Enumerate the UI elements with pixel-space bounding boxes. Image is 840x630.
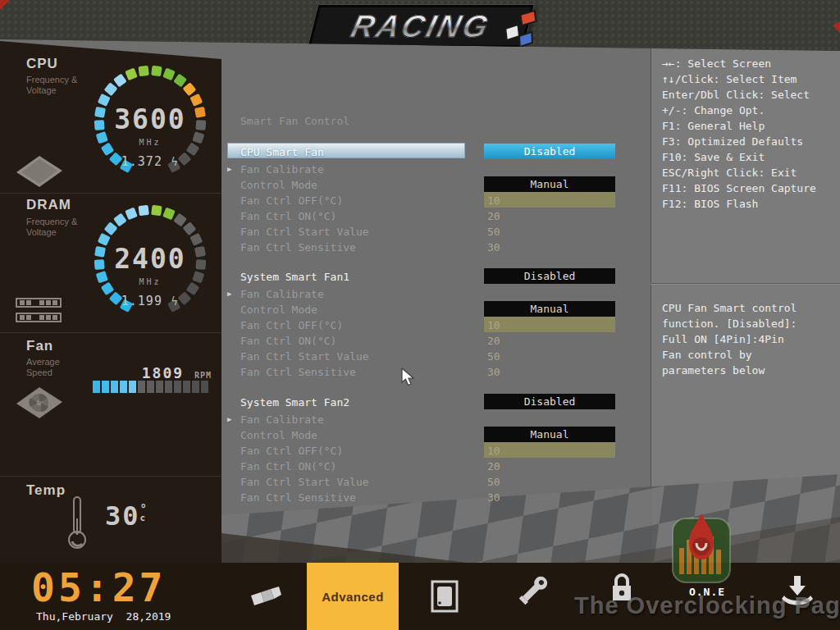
item-fan-calibrate[interactable]: Fan Calibrate bbox=[240, 162, 324, 177]
racing-flag-icon bbox=[495, 9, 543, 52]
control-mode-value[interactable]: Manual bbox=[484, 301, 615, 317]
cpu-frequency-gauge: 3600 MHz 1.372 ϟ bbox=[80, 58, 220, 185]
param-value[interactable]: 30 bbox=[487, 240, 500, 255]
fan-speed-segment bbox=[192, 381, 199, 393]
help-line: ↑↓/Click: Select Item bbox=[662, 71, 816, 87]
hardware-monitor-sidebar: CPU Frequency & Voltage 3600 MHz 1.372 ϟ… bbox=[0, 36, 221, 563]
item-cpu-smart-fan[interactable]: CPU Smart Fan bbox=[240, 144, 324, 160]
fan-speed-segment bbox=[120, 381, 127, 393]
help-line: F1: General Help bbox=[662, 118, 816, 134]
red-edge-accent bbox=[833, 21, 840, 33]
dram-frequency-unit: MHz bbox=[80, 277, 220, 286]
param-value[interactable]: 20 bbox=[487, 208, 500, 224]
sidebar-divider bbox=[0, 332, 221, 333]
fan-speed-segment bbox=[174, 381, 181, 393]
dram-voltage: 1.199 ϟ bbox=[80, 294, 220, 308]
fan-rpm-unit: RPM bbox=[194, 371, 212, 380]
fan-group-system1: System Smart Fan1 Disabled ▶ Fan Calibra… bbox=[221, 269, 651, 381]
item-fan-ctrl-start[interactable]: Fan Ctrl Start Value 50 bbox=[240, 349, 651, 364]
item-system-smart-fan1[interactable]: System Smart Fan1 bbox=[240, 269, 349, 285]
cpu-smart-fan-value[interactable]: Disabled bbox=[484, 144, 615, 159]
fan-speed-segment bbox=[111, 381, 118, 393]
submenu-arrow-icon: ▶ bbox=[227, 162, 231, 177]
cpu-chip-icon bbox=[15, 154, 64, 190]
racing-logo: RACING bbox=[308, 5, 534, 48]
fan-group-system2: System Smart Fan2 Disabled ▶ Fan Calibra… bbox=[221, 395, 651, 506]
bolt-icon: ϟ bbox=[171, 294, 179, 308]
submenu-arrow-icon: ▶ bbox=[227, 286, 231, 302]
watermark-logo bbox=[669, 514, 733, 586]
temp-section-title: Temp bbox=[26, 482, 66, 499]
red-corner-accent bbox=[0, 0, 10, 10]
param-value[interactable]: 10 bbox=[487, 317, 500, 333]
fan-section-title: Fan bbox=[26, 338, 53, 354]
item-fan-ctrl-off[interactable]: Fan Ctrl OFF(°C) 10 bbox=[240, 443, 651, 459]
param-value[interactable]: 20 bbox=[487, 459, 500, 474]
item-fan-ctrl-sensitive[interactable]: Fan Ctrl Sensitive 30 bbox=[240, 240, 651, 255]
item-fan-calibrate[interactable]: Fan Calibrate bbox=[240, 412, 324, 427]
param-value[interactable]: 50 bbox=[487, 349, 500, 364]
help-line: →←: Select Screen bbox=[662, 56, 816, 71]
clock: 05:27 bbox=[31, 564, 167, 610]
bios-screen: RACING CPU Frequency & Voltage 3600 MHz … bbox=[0, 0, 840, 630]
temp-value: 30 ° c bbox=[105, 500, 148, 532]
tab-tweaker-wrench-icon[interactable] bbox=[515, 573, 551, 615]
item-control-mode[interactable]: Control Mode bbox=[240, 427, 317, 443]
fan-speed-segment bbox=[201, 381, 208, 393]
item-fan-ctrl-start[interactable]: Fan Ctrl Start Value 50 bbox=[240, 224, 651, 240]
item-fan-ctrl-sensitive[interactable]: Fan Ctrl Sensitive 30 bbox=[240, 490, 651, 505]
fan-speed-segment bbox=[138, 381, 145, 393]
fan-speed-segment bbox=[156, 381, 163, 393]
help-line: F3: Optimized Defaults bbox=[662, 134, 816, 149]
param-value[interactable]: 10 bbox=[487, 443, 500, 459]
key-legend: →←: Select Screen ↑↓/Click: Select Item … bbox=[662, 56, 816, 212]
item-fan-calibrate[interactable]: Fan Calibrate bbox=[240, 286, 324, 302]
mouse-cursor bbox=[400, 368, 417, 387]
item-fan-ctrl-on[interactable]: Fan Ctrl ON(°C) 20 bbox=[240, 333, 651, 349]
temp-unit: ° c bbox=[140, 504, 148, 532]
item-control-mode[interactable]: Control Mode bbox=[240, 177, 317, 193]
page-title: Smart Fan Control bbox=[240, 115, 349, 127]
fan-speed-segment bbox=[165, 381, 172, 393]
system-fan1-value[interactable]: Disabled bbox=[484, 268, 615, 284]
control-mode-value[interactable]: Manual bbox=[484, 427, 615, 442]
cpu-frequency-unit: MHz bbox=[80, 138, 220, 147]
bolt-icon: ϟ bbox=[171, 155, 179, 168]
help-panel-divider bbox=[651, 283, 840, 285]
item-fan-ctrl-off[interactable]: Fan Ctrl OFF(°C) 10 bbox=[240, 193, 651, 208]
tab-chipset-icon[interactable] bbox=[430, 578, 461, 615]
tab-advanced[interactable]: Advanced bbox=[307, 563, 399, 630]
item-fan-ctrl-on[interactable]: Fan Ctrl ON(°C) 20 bbox=[240, 459, 651, 474]
fan-rpm-value: 1809 RPM bbox=[142, 364, 212, 381]
fan-group-cpu: CPU Smart Fan Disabled ▶ Fan Calibrate C… bbox=[221, 144, 651, 256]
cpu-section-subtitle: Frequency & Voltage bbox=[26, 75, 77, 96]
control-mode-value[interactable]: Manual bbox=[484, 176, 615, 192]
fan-speed-segment bbox=[129, 381, 136, 393]
watermark-text: The Overclocking Page bbox=[574, 592, 840, 619]
system-fan2-value[interactable]: Disabled bbox=[484, 394, 615, 409]
param-value[interactable]: 30 bbox=[487, 490, 500, 505]
item-fan-ctrl-start[interactable]: Fan Ctrl Start Value 50 bbox=[240, 474, 651, 490]
dram-frequency-gauge: 2400 MHz 1.199 ϟ bbox=[80, 198, 220, 325]
param-value[interactable]: 50 bbox=[487, 474, 500, 490]
fan-speed-segment bbox=[183, 381, 190, 393]
dram-section-subtitle: Frequency & Voltage bbox=[26, 217, 77, 238]
date: Thu,February 28,2019 bbox=[36, 610, 171, 623]
item-fan-ctrl-sensitive[interactable]: Fan Ctrl Sensitive 30 bbox=[240, 364, 651, 380]
cpu-frequency-value: 3600 bbox=[80, 103, 220, 135]
cpu-voltage: 1.372 ϟ bbox=[80, 154, 220, 169]
item-control-mode[interactable]: Control Mode bbox=[240, 302, 317, 317]
param-value[interactable]: 20 bbox=[487, 333, 500, 349]
tab-main-flag-icon[interactable] bbox=[248, 581, 284, 614]
param-value[interactable]: 30 bbox=[487, 364, 500, 380]
param-value[interactable]: 50 bbox=[487, 224, 500, 240]
help-line: Enter/Dbl Click: Select bbox=[662, 87, 816, 103]
fan-icon bbox=[15, 386, 64, 420]
param-value[interactable]: 10 bbox=[487, 193, 500, 208]
item-system-smart-fan2[interactable]: System Smart Fan2 bbox=[240, 395, 349, 410]
item-fan-ctrl-off[interactable]: Fan Ctrl OFF(°C) 10 bbox=[240, 317, 651, 333]
help-line: ESC/Right Click: Exit bbox=[662, 165, 816, 180]
item-fan-ctrl-on[interactable]: Fan Ctrl ON(°C) 20 bbox=[240, 208, 651, 224]
dram-modules-icon bbox=[15, 297, 62, 325]
sidebar-divider bbox=[0, 193, 221, 194]
